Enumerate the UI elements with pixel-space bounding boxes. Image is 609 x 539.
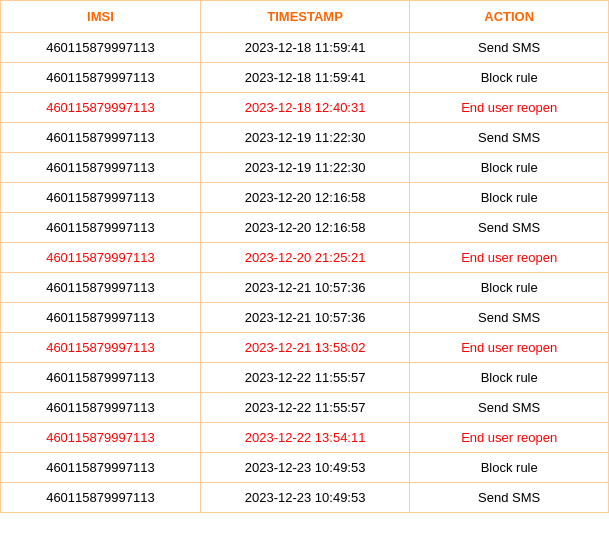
cell-imsi: 460115879997113 <box>1 363 201 393</box>
cell-action: Block rule <box>410 453 609 483</box>
cell-action: End user reopen <box>410 243 609 273</box>
table-row: 4601158799971132023-12-21 13:58:02End us… <box>1 333 609 363</box>
cell-action: Block rule <box>410 63 609 93</box>
cell-imsi: 460115879997113 <box>1 93 201 123</box>
cell-timestamp: 2023-12-19 11:22:30 <box>200 123 410 153</box>
table-row: 4601158799971132023-12-20 21:25:21End us… <box>1 243 609 273</box>
table-row: 4601158799971132023-12-22 11:55:57Block … <box>1 363 609 393</box>
table-row: 4601158799971132023-12-18 11:59:41Block … <box>1 63 609 93</box>
table-row: 4601158799971132023-12-19 11:22:30Send S… <box>1 123 609 153</box>
cell-action: Send SMS <box>410 123 609 153</box>
cell-timestamp: 2023-12-23 10:49:53 <box>200 483 410 513</box>
header-imsi: IMSI <box>1 1 201 33</box>
cell-timestamp: 2023-12-18 11:59:41 <box>200 63 410 93</box>
cell-action: Block rule <box>410 153 609 183</box>
cell-action: End user reopen <box>410 423 609 453</box>
data-table: IMSI TIMESTAMP ACTION 460115879997113202… <box>0 0 609 513</box>
cell-imsi: 460115879997113 <box>1 33 201 63</box>
table-row: 4601158799971132023-12-21 10:57:36Block … <box>1 273 609 303</box>
header-action: ACTION <box>410 1 609 33</box>
table-row: 4601158799971132023-12-22 13:54:11End us… <box>1 423 609 453</box>
table-row: 4601158799971132023-12-19 11:22:30Block … <box>1 153 609 183</box>
cell-action: End user reopen <box>410 93 609 123</box>
table-row: 4601158799971132023-12-22 11:55:57Send S… <box>1 393 609 423</box>
table-row: 4601158799971132023-12-23 10:49:53Send S… <box>1 483 609 513</box>
table-row: 4601158799971132023-12-20 12:16:58Send S… <box>1 213 609 243</box>
cell-action: Block rule <box>410 183 609 213</box>
table-row: 4601158799971132023-12-20 12:16:58Block … <box>1 183 609 213</box>
cell-imsi: 460115879997113 <box>1 183 201 213</box>
cell-timestamp: 2023-12-21 10:57:36 <box>200 273 410 303</box>
cell-timestamp: 2023-12-20 12:16:58 <box>200 213 410 243</box>
cell-timestamp: 2023-12-19 11:22:30 <box>200 153 410 183</box>
header-timestamp: TIMESTAMP <box>200 1 410 33</box>
cell-timestamp: 2023-12-22 11:55:57 <box>200 363 410 393</box>
cell-action: Send SMS <box>410 393 609 423</box>
cell-action: Send SMS <box>410 483 609 513</box>
cell-timestamp: 2023-12-22 13:54:11 <box>200 423 410 453</box>
table-row: 4601158799971132023-12-18 12:40:31End us… <box>1 93 609 123</box>
cell-imsi: 460115879997113 <box>1 63 201 93</box>
cell-timestamp: 2023-12-18 12:40:31 <box>200 93 410 123</box>
table-row: 4601158799971132023-12-21 10:57:36Send S… <box>1 303 609 333</box>
cell-imsi: 460115879997113 <box>1 213 201 243</box>
cell-imsi: 460115879997113 <box>1 123 201 153</box>
cell-imsi: 460115879997113 <box>1 453 201 483</box>
cell-imsi: 460115879997113 <box>1 333 201 363</box>
cell-action: Send SMS <box>410 213 609 243</box>
cell-timestamp: 2023-12-23 10:49:53 <box>200 453 410 483</box>
cell-timestamp: 2023-12-18 11:59:41 <box>200 33 410 63</box>
cell-action: End user reopen <box>410 333 609 363</box>
cell-action: Block rule <box>410 363 609 393</box>
cell-action: Block rule <box>410 273 609 303</box>
cell-imsi: 460115879997113 <box>1 273 201 303</box>
cell-imsi: 460115879997113 <box>1 243 201 273</box>
cell-action: Send SMS <box>410 303 609 333</box>
cell-imsi: 460115879997113 <box>1 303 201 333</box>
cell-action: Send SMS <box>410 33 609 63</box>
table-row: 4601158799971132023-12-23 10:49:53Block … <box>1 453 609 483</box>
cell-timestamp: 2023-12-22 11:55:57 <box>200 393 410 423</box>
cell-imsi: 460115879997113 <box>1 423 201 453</box>
cell-imsi: 460115879997113 <box>1 483 201 513</box>
cell-imsi: 460115879997113 <box>1 393 201 423</box>
cell-timestamp: 2023-12-21 10:57:36 <box>200 303 410 333</box>
table-row: 4601158799971132023-12-18 11:59:41Send S… <box>1 33 609 63</box>
cell-timestamp: 2023-12-21 13:58:02 <box>200 333 410 363</box>
cell-timestamp: 2023-12-20 12:16:58 <box>200 183 410 213</box>
table-header-row: IMSI TIMESTAMP ACTION <box>1 1 609 33</box>
cell-imsi: 460115879997113 <box>1 153 201 183</box>
cell-timestamp: 2023-12-20 21:25:21 <box>200 243 410 273</box>
